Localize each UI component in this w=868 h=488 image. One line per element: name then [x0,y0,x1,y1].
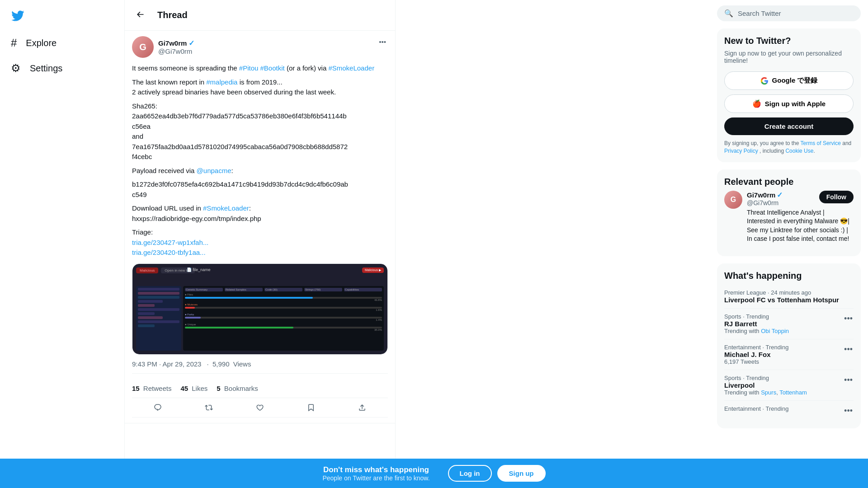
tweet-body: It seems someone is spreading the #Pitou… [132,63,388,258]
sidebar-item-explore[interactable]: # Explore [5,31,62,55]
likes-label: Likes [192,385,208,392]
tweet-actions [132,398,388,418]
mal-warning: Malicious ▶ [362,267,384,273]
like-button[interactable] [252,400,268,415]
tweet-text-download: Download URL used in #SmokeLoader: hxxps… [132,203,388,224]
tweet-container: G Gi7w0rm ✓ @Gi7w0rm ••• It seems someon… [125,31,395,423]
retweets-count: 15 [132,385,140,392]
relevant-person-avatar[interactable]: G [724,191,742,209]
main-content: Thread G Gi7w0rm ✓ @Gi7w0rm ••• [124,0,396,488]
trend-meta-3: Trending with Spurs, Tottenham [724,389,807,396]
reply-button[interactable] [150,400,165,415]
triage-link-2[interactable]: tria.ge/230420-tbfy1aa... [132,249,206,256]
share-button[interactable] [354,400,370,415]
trend-more-3[interactable]: ••• [843,375,854,386]
trend-more-4[interactable]: ••• [843,405,854,417]
tweet-text-payload: Payload received via @unpacme: [132,166,388,176]
bookmark-button[interactable] [303,400,319,415]
sidebar-settings-label: Settings [30,63,62,74]
relevant-person-handle: @Gi7w0rm [747,199,783,206]
trend-category-4: Entertainment · Trending [724,405,788,412]
trend-item-3[interactable]: Sports · Trending Liverpool Trending wit… [724,370,854,401]
banner-signup-button[interactable]: Sign up [497,465,546,482]
trend-item-0[interactable]: Premier League · 24 minutes ago Liverpoo… [724,285,854,309]
hashtag-pitou[interactable]: #Pitou [239,64,259,72]
mal-malicious-badge: Malicious [136,267,158,273]
bottom-banner: Don't miss what's happening People on Tw… [0,459,868,488]
apple-signup-button[interactable]: 🍎 Sign up with Apple [724,94,854,113]
twitter-logo[interactable] [5,4,30,29]
page-title: Thread [157,10,188,20]
tweet-text-2: The last known report in #malpedia is fr… [132,77,388,98]
banner-actions: Log in Sign up [448,465,546,482]
relevant-person-info: Gi7w0rm ✓ @Gi7w0rm Follow Threat Intelli… [747,191,854,244]
hashtag-malpedia[interactable]: #malpedia [206,78,237,86]
relevant-person-display-name: Gi7w0rm ✓ [747,191,783,199]
retweet-button[interactable] [201,400,217,415]
hashtag-smokeloader-2[interactable]: #SmokeLoader [203,204,249,212]
whats-happening-title: What's happening [724,271,854,281]
new-to-twitter-widget: New to Twitter? Sign up now to get your … [717,28,861,162]
trend-category-1: Sports · Trending [724,313,789,320]
back-button[interactable] [132,6,148,24]
new-to-twitter-title: New to Twitter? [724,36,854,46]
relevant-person-bio: Threat Intelligence Analyst | Interested… [747,208,854,244]
mal-content: Genetic Summary Related Samples Code (30… [136,286,384,351]
banner-login-button[interactable]: Log in [448,465,492,482]
google-signup-button[interactable]: Google で登録 [724,71,854,90]
trend-item-2[interactable]: Entertainment · Trending Michael J. Fox … [724,339,854,370]
tweet-meta: 9:43 PM · Apr 29, 2023 · 5,990 Views [132,360,388,374]
tweet-image: Malicious Open in new tab 📄 file_name Ma… [132,263,388,355]
relevant-person-names: Gi7w0rm ✓ @Gi7w0rm Follow [747,191,854,206]
trend-category-0: Premier League · 24 minutes ago [724,289,839,296]
avatar[interactable]: G [132,36,154,58]
trend-more-2[interactable]: ••• [843,344,854,355]
mention-unpacme[interactable]: @unpacme [197,167,231,174]
search-input[interactable] [738,9,854,17]
trend-meta-link-3a[interactable]: Spurs [761,389,776,396]
mal-left-panel [136,286,181,351]
hashtag-bootkit[interactable]: #Bootkit [260,64,285,72]
create-account-button[interactable]: Create account [724,117,854,135]
retweets-label: Retweets [143,385,172,392]
bookmarks-stat[interactable]: 5 Bookmarks [217,385,258,392]
triage-link-1[interactable]: tria.ge/230427-wp1xfah... [132,239,208,246]
trend-category-2: Entertainment · Trending [724,344,788,351]
bookmarks-count: 5 [217,385,220,392]
hashtag-smokeloader-1[interactable]: #SmokeLoader [328,64,374,72]
trend-item-1[interactable]: Sports · Trending RJ Barrett Trending wi… [724,309,854,339]
more-options-button[interactable]: ••• [377,36,388,47]
likes-stat[interactable]: 45 Likes [180,385,208,392]
banner-title: Don't miss what's happening [322,465,429,474]
trend-meta-link-1[interactable]: Obi Toppin [761,328,789,334]
trend-meta-1: Trending with Obi Toppin [724,328,789,334]
tweet-stats: 15 Retweets 45 Likes 5 Bookmarks [132,379,388,398]
terms-of-service-link[interactable]: Terms of Service [801,140,841,146]
verified-icon: ✓ [189,39,194,47]
trend-meta-link-3b[interactable]: Tottenham [779,389,807,396]
banner-subtitle: People on Twitter are the first to know. [322,474,429,482]
retweet-icon [205,404,213,412]
privacy-policy-link[interactable]: Privacy Policy [724,148,758,154]
trend-title-3: Liverpool [724,381,807,389]
trend-item-4[interactable]: Entertainment · Trending ••• [724,401,854,421]
cookie-use-link[interactable]: Cookie Use [785,148,813,154]
relevant-person-item: G Gi7w0rm ✓ @Gi7w0rm Follow Threat Intel… [724,191,854,244]
banner-text-block: Don't miss what's happening People on Tw… [322,465,429,482]
username: @Gi7w0rm [158,47,194,55]
tweet-views-label: Views [233,360,251,368]
user-names: Gi7w0rm ✓ @Gi7w0rm [158,39,194,55]
google-btn-label: Google で登録 [772,76,818,85]
display-name: Gi7w0rm ✓ [158,39,194,47]
share-icon [358,404,366,412]
trend-more-1[interactable]: ••• [843,313,854,324]
twitter-bird-icon [11,9,24,23]
new-to-twitter-subtitle: Sign up now to get your own personalized… [724,50,854,64]
relevant-people-title: Relevant people [724,177,854,187]
left-sidebar: # Explore ⚙ Settings [0,0,124,488]
retweets-stat[interactable]: 15 Retweets [132,385,171,392]
follow-button[interactable]: Follow [819,191,854,203]
sidebar-item-settings[interactable]: ⚙ Settings [5,56,68,80]
bookmark-icon [307,404,315,412]
tweet-top: G Gi7w0rm ✓ @Gi7w0rm ••• [132,36,388,58]
